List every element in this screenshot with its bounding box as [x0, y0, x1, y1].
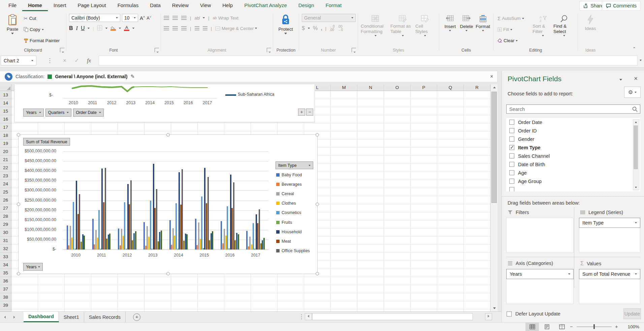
font-color-button[interactable]: A — [124, 26, 129, 31]
confirm-entry-icon[interactable]: ✓ — [72, 56, 82, 65]
scroll-up-icon[interactable] — [491, 84, 498, 91]
name-box[interactable]: Chart 2 — [1, 56, 36, 65]
column-header-O[interactable]: O — [384, 84, 411, 91]
font-size-combo[interactable]: 10 — [122, 14, 138, 22]
new-sheet-button[interactable]: + — [133, 313, 140, 321]
align-center-icon[interactable] — [172, 26, 178, 30]
field-item-age[interactable]: Age — [506, 169, 640, 177]
italic-button[interactable]: I — [76, 25, 78, 31]
filter-button-order-date[interactable]: Order Date — [73, 109, 104, 117]
insert-function-icon[interactable]: fx — [84, 56, 94, 65]
tab-formulas[interactable]: Formulas — [112, 0, 144, 11]
chart-selection-handle[interactable] — [316, 203, 319, 206]
delete-dropdown-icon[interactable] — [465, 30, 468, 31]
legend-item-cereal[interactable]: Cereal — [276, 191, 294, 196]
sheet-tab-sales-records[interactable]: Sales Records — [84, 312, 126, 322]
tab-home[interactable]: Home — [22, 0, 48, 11]
tab-pivotchart-analyze[interactable]: PivotChart Analyze — [238, 0, 293, 11]
comma-style-icon[interactable]: , — [321, 25, 322, 31]
legend-item-clothes[interactable]: Clothes — [276, 201, 296, 206]
hscroll-right-icon[interactable] — [485, 313, 492, 320]
protect-dropdown-icon[interactable] — [284, 33, 287, 34]
sheet-nav-right-icon[interactable] — [9, 312, 19, 322]
number-format-combo[interactable]: General — [302, 14, 356, 22]
collapse-field-button[interactable]: − — [306, 109, 313, 116]
pivot-bar-chart[interactable]: Sum of Total Revenue 2010201120122013201… — [18, 134, 318, 274]
protect-button[interactable]: Protect — [276, 13, 295, 45]
cancel-entry-icon[interactable]: × — [60, 56, 70, 65]
field-checkbox[interactable] — [509, 179, 514, 184]
chart-selection-handle[interactable] — [166, 272, 170, 275]
row-header-30[interactable]: 30 — [0, 229, 11, 237]
edit-classification-icon[interactable]: ✎ — [130, 73, 135, 80]
increase-decimal-icon[interactable]: ←0.00 — [329, 25, 335, 32]
borders-dropdown-icon[interactable] — [105, 28, 107, 29]
decrease-indent-icon[interactable] — [195, 26, 199, 30]
row-header-38[interactable]: 38 — [0, 293, 11, 301]
horizontal-scrollbar[interactable] — [312, 313, 473, 320]
row-header-39[interactable]: 39 — [0, 301, 11, 309]
legend-item-cosmetics[interactable]: Cosmetics — [276, 210, 301, 215]
legend-item-meat[interactable]: Meat — [276, 239, 291, 244]
chart-selection-handle[interactable] — [166, 133, 170, 137]
increase-font-icon[interactable]: A˄ — [140, 15, 145, 21]
field-item-gender[interactable]: Gender — [506, 135, 640, 143]
sheet-tab-sheet1[interactable]: Sheet1 — [59, 312, 84, 322]
alignment-dialog-launcher[interactable] — [267, 48, 271, 52]
field-item-age-group[interactable]: Age Group — [506, 177, 640, 185]
row-header-24[interactable]: 24 — [0, 180, 11, 188]
legend-item-beverages[interactable]: Beverages — [276, 182, 302, 187]
classification-close-icon[interactable]: × — [490, 73, 493, 80]
font-color-dropdown-icon[interactable] — [132, 28, 134, 29]
field-checkbox[interactable] — [509, 137, 514, 142]
borders-button[interactable] — [97, 25, 102, 32]
zoom-out-icon[interactable]: − — [570, 324, 573, 329]
filter-button-years[interactable]: Years — [23, 109, 44, 117]
tab-insert[interactable]: Insert — [48, 0, 72, 11]
field-item-order-date[interactable]: Order Date — [506, 118, 640, 126]
values-field-chip[interactable]: Sum of Total Revenue — [579, 269, 640, 279]
increase-indent-icon[interactable] — [203, 26, 207, 30]
zoom-slider-thumb[interactable] — [593, 324, 595, 329]
row-header-34[interactable]: 34 — [0, 261, 11, 269]
row-header-32[interactable]: 32 — [0, 245, 11, 253]
row-header-23[interactable]: 23 — [0, 172, 11, 180]
pivot-line-chart[interactable]: $- 20102011201220132014201520162017 Sub-… — [14, 84, 315, 122]
decrease-decimal-icon[interactable]: .00→0 — [338, 25, 343, 32]
row-header-15[interactable]: 15 — [0, 107, 11, 115]
filter-button-quarters[interactable]: Quarters — [45, 109, 72, 117]
row-header-33[interactable]: 33 — [0, 253, 11, 261]
paste-dropdown-icon[interactable] — [11, 33, 14, 34]
field-list-scrollbar[interactable] — [633, 119, 639, 190]
legend-item-household[interactable]: Household — [276, 230, 302, 234]
legend-item-office-supplies[interactable]: Office Supplies — [276, 248, 310, 253]
expand-field-button[interactable]: + — [298, 109, 305, 116]
chart-selection-handle[interactable] — [316, 133, 319, 137]
align-bottom-icon[interactable] — [181, 16, 187, 20]
fill-button[interactable]: Fill — [496, 24, 533, 35]
row-header-16[interactable]: 16 — [0, 115, 11, 123]
field-item-date-of-birth[interactable]: Date of Birth — [506, 160, 640, 169]
expand-formula-bar-icon[interactable] — [640, 60, 642, 61]
font-dialog-launcher[interactable] — [155, 48, 159, 52]
row-header-37[interactable]: 37 — [0, 285, 11, 293]
copy-button[interactable]: Copy — [22, 24, 61, 35]
row-header-18[interactable]: 18 — [0, 131, 11, 140]
search-input[interactable] — [507, 107, 632, 112]
row-header-13[interactable]: 13 — [0, 91, 11, 99]
field-list-scroll-up-icon[interactable] — [633, 120, 638, 125]
formula-bar-drag-handle[interactable] — [49, 58, 51, 64]
tab-data[interactable]: Data — [144, 0, 166, 11]
column-header-R[interactable]: R — [464, 84, 490, 91]
search-box[interactable] — [506, 104, 640, 114]
tab-help[interactable]: Help — [217, 0, 238, 11]
axis-field-chip[interactable]: Years — [506, 269, 574, 279]
orientation-icon[interactable]: ab̸ — [195, 16, 199, 21]
align-right-icon[interactable] — [181, 26, 187, 30]
sheet-tab-dashboard[interactable]: Dashboard — [24, 312, 59, 322]
chart-selection-handle[interactable] — [17, 203, 20, 206]
row-header-27[interactable]: 27 — [0, 204, 11, 212]
autosum-button[interactable]: ΣAutoSum — [496, 13, 533, 24]
row-header-22[interactable]: 22 — [0, 164, 11, 172]
field-checkbox[interactable] — [509, 120, 514, 125]
